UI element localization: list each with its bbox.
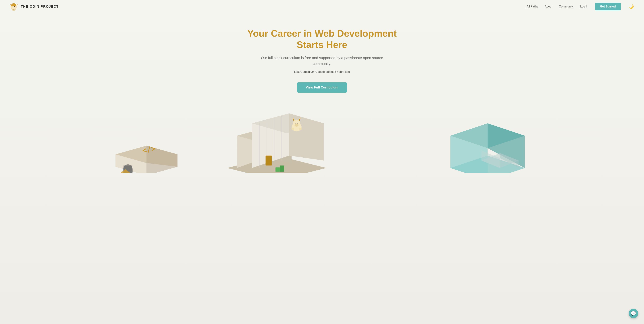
nav-community[interactable]: Community [559, 5, 574, 8]
hero-subtitle: Our full stack curriculum is free and su… [258, 55, 386, 66]
navbar-links: All Paths About Community Log In Get Sta… [526, 3, 635, 10]
svg-point-33 [295, 124, 299, 126]
brand-name: THE ODIN PROJECT [21, 5, 59, 8]
svg-point-4 [14, 6, 15, 7]
hero-illustration: </> [0, 111, 644, 173]
brand-logo-link[interactable]: THE ODIN PROJECT [9, 2, 59, 12]
odin-logo-icon [9, 2, 18, 12]
view-curriculum-button[interactable]: View Full Curriculum [297, 82, 347, 93]
nav-about[interactable]: About [545, 5, 552, 8]
svg-rect-37 [280, 166, 284, 172]
nav-login[interactable]: Log In [580, 5, 588, 8]
chat-bubble-button[interactable]: 💬 [629, 309, 638, 318]
illustration-area: </> [0, 111, 644, 173]
svg-point-32 [297, 122, 298, 123]
svg-point-3 [12, 6, 13, 7]
curriculum-update-link[interactable]: Last Curriculum Update: about 3 hours ag… [294, 70, 350, 74]
svg-point-35 [299, 128, 302, 130]
svg-point-34 [291, 128, 294, 130]
svg-rect-36 [276, 167, 280, 172]
chat-icon: 💬 [631, 311, 636, 316]
hero-section: Your Career in Web Development Starts He… [0, 13, 644, 111]
svg-marker-21 [289, 113, 324, 160]
navbar: THE ODIN PROJECT All Paths About Communi… [0, 0, 644, 13]
svg-point-31 [295, 122, 296, 123]
hero-title: Your Career in Web Development Starts He… [240, 28, 404, 50]
svg-rect-26 [266, 156, 272, 166]
nav-all-paths[interactable]: All Paths [526, 5, 538, 8]
get-started-button[interactable]: Get Started [595, 3, 621, 10]
dark-mode-toggle[interactable]: 🌙 [628, 4, 635, 10]
